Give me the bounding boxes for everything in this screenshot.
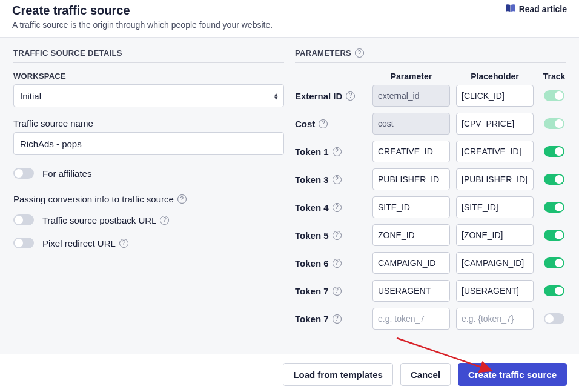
- parameter-input[interactable]: [372, 141, 450, 162]
- param-name-label: Token 4: [295, 202, 329, 213]
- placeholder-input[interactable]: [456, 280, 534, 302]
- col-placeholder: Placeholder: [456, 71, 534, 81]
- track-toggle[interactable]: [544, 230, 564, 241]
- name-label: Traffic source name: [13, 118, 284, 128]
- placeholder-input[interactable]: [456, 252, 534, 274]
- help-icon[interactable]: ?: [333, 147, 342, 156]
- param-name-label: Token 7: [295, 286, 329, 296]
- postback-toggle[interactable]: [13, 214, 34, 225]
- track-toggle[interactable]: [544, 257, 564, 268]
- placeholder-input[interactable]: [456, 85, 534, 107]
- help-icon[interactable]: ?: [319, 119, 328, 128]
- param-row: Token 3?: [295, 168, 566, 190]
- postback-label: Traffic source postback URL: [42, 215, 156, 225]
- track-toggle[interactable]: [544, 285, 564, 296]
- parameter-input[interactable]: [372, 308, 450, 330]
- read-article-label: Read article: [519, 4, 567, 14]
- param-name-label: Token 6: [295, 258, 329, 268]
- conversion-heading: Passing conversion info to traffic sourc…: [13, 194, 174, 204]
- param-row: Token 6?: [295, 252, 566, 274]
- help-icon[interactable]: ?: [333, 259, 342, 268]
- placeholder-input[interactable]: [456, 224, 534, 246]
- footer: Load from templates Cancel Create traffi…: [0, 354, 579, 392]
- help-icon[interactable]: ?: [119, 239, 128, 248]
- param-row: Token 1?: [295, 141, 566, 162]
- page-title: Create traffic source: [12, 4, 130, 18]
- parameter-input[interactable]: [372, 252, 450, 274]
- placeholder-input[interactable]: [456, 308, 534, 330]
- help-icon[interactable]: ?: [333, 314, 342, 324]
- page-subtitle: A traffic source is the origin through w…: [12, 20, 567, 30]
- for-affiliates-label: For affiliates: [42, 168, 91, 179]
- param-row: External ID?: [295, 85, 566, 107]
- for-affiliates-toggle[interactable]: [13, 168, 34, 179]
- param-row: Token 7?: [295, 308, 566, 330]
- read-article-link[interactable]: Read article: [506, 4, 567, 14]
- param-row: Token 7?: [295, 280, 566, 302]
- pixel-label: Pixel redirect URL: [42, 238, 116, 248]
- track-toggle[interactable]: [544, 146, 564, 157]
- param-name-label: Token 1: [295, 147, 329, 157]
- details-column: TRAFFIC SOURCE DETAILS WORKSPACE Initial…: [13, 48, 284, 354]
- track-toggle[interactable]: [544, 90, 564, 101]
- param-name-label: External ID: [295, 91, 342, 101]
- help-icon[interactable]: ?: [355, 48, 364, 58]
- help-icon[interactable]: ?: [333, 287, 342, 296]
- track-toggle[interactable]: [544, 313, 564, 324]
- param-name-label: Cost: [295, 119, 315, 129]
- param-name-label: Token 5: [295, 230, 329, 241]
- col-parameter: Parameter: [372, 71, 450, 81]
- placeholder-input[interactable]: [456, 113, 534, 135]
- track-toggle[interactable]: [544, 174, 564, 185]
- load-templates-button[interactable]: Load from templates: [283, 363, 393, 386]
- parameters-column: PARAMETERS ? Parameter Placeholder Track…: [295, 48, 566, 354]
- parameter-input: [372, 113, 450, 135]
- param-row: Token 4?: [295, 196, 566, 218]
- details-section-title: TRAFFIC SOURCE DETAILS: [13, 48, 284, 63]
- parameter-input[interactable]: [372, 280, 450, 302]
- track-toggle[interactable]: [544, 202, 564, 213]
- create-button[interactable]: Create traffic source: [458, 363, 567, 386]
- help-icon[interactable]: ?: [346, 91, 355, 101]
- param-name-label: Token 7: [295, 314, 329, 324]
- placeholder-input[interactable]: [456, 168, 534, 190]
- help-icon[interactable]: ?: [177, 194, 187, 204]
- parameters-section-title: PARAMETERS: [295, 48, 351, 58]
- track-toggle[interactable]: [544, 118, 564, 129]
- workspace-label: WORKSPACE: [13, 71, 284, 81]
- parameter-input[interactable]: [372, 196, 450, 218]
- help-icon[interactable]: ?: [333, 203, 342, 212]
- book-icon: [506, 4, 515, 14]
- param-row: Token 5?: [295, 224, 566, 246]
- pixel-toggle[interactable]: [13, 238, 34, 248]
- param-row: Cost?: [295, 113, 566, 135]
- help-icon[interactable]: ?: [333, 175, 342, 184]
- parameter-input: [372, 85, 450, 107]
- param-name-label: Token 3: [295, 174, 329, 185]
- workspace-select[interactable]: Initial: [13, 84, 284, 107]
- parameter-input[interactable]: [372, 168, 450, 190]
- col-track: Track: [540, 71, 569, 81]
- cancel-button[interactable]: Cancel: [400, 363, 451, 386]
- parameter-input[interactable]: [372, 224, 450, 246]
- name-input[interactable]: [13, 132, 284, 155]
- placeholder-input[interactable]: [456, 196, 534, 218]
- help-icon[interactable]: ?: [333, 231, 342, 240]
- placeholder-input[interactable]: [456, 141, 534, 162]
- help-icon[interactable]: ?: [160, 216, 169, 225]
